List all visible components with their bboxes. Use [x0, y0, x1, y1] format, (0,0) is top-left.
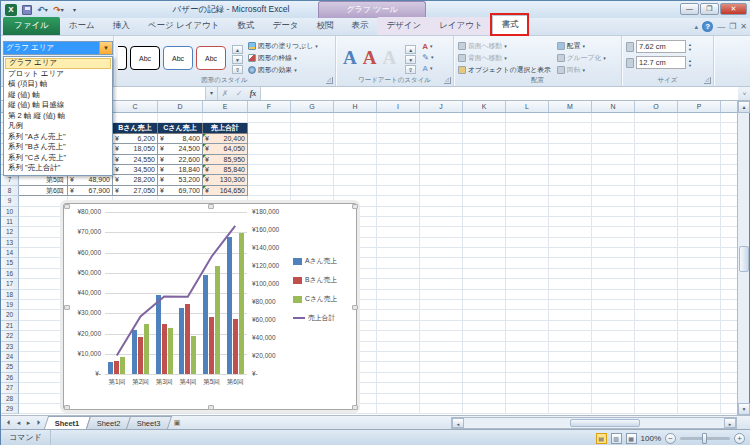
cell-I8[interactable]: [377, 186, 420, 196]
cell-L6[interactable]: [506, 165, 549, 175]
tab-ホーム[interactable]: ホーム: [60, 17, 104, 35]
cell-N29[interactable]: [592, 404, 635, 414]
cell-M7[interactable]: [549, 175, 592, 185]
redo-button[interactable]: ↷▾: [52, 4, 65, 16]
tab-挿入[interactable]: 挿入: [104, 17, 139, 35]
page-layout-view-icon[interactable]: ▥: [611, 433, 622, 444]
cell-G7[interactable]: [291, 175, 334, 185]
insert-worksheet-icon[interactable]: ▣: [169, 416, 185, 429]
workbook-restore-icon[interactable]: ❐: [729, 21, 736, 32]
cell-N7[interactable]: [592, 175, 635, 185]
cell-E2[interactable]: 売上合計: [203, 123, 248, 133]
cell-M26[interactable]: [549, 373, 592, 383]
cell-M10[interactable]: [549, 207, 592, 217]
cell-L3[interactable]: [506, 134, 549, 144]
cell-I25[interactable]: [377, 362, 420, 372]
cell-I20[interactable]: [377, 310, 420, 320]
cell-D2[interactable]: Cさん売上: [158, 123, 203, 133]
cell-P7[interactable]: [678, 175, 721, 185]
cell-J18[interactable]: [420, 290, 463, 300]
column-header-P[interactable]: P: [678, 101, 721, 112]
cell-J19[interactable]: [420, 300, 463, 310]
cell-J2[interactable]: [420, 123, 463, 133]
cell-N16[interactable]: [592, 269, 635, 279]
row-header-13[interactable]: 13: [1, 238, 19, 248]
shape-style-thumbnail[interactable]: [118, 46, 127, 70]
workbook-minimize-icon[interactable]: —: [717, 21, 725, 32]
dialog-launcher-icon[interactable]: ◿: [326, 77, 333, 84]
cell-J8[interactable]: [420, 186, 463, 196]
cell-N10[interactable]: [592, 207, 635, 217]
cell-P16[interactable]: [678, 269, 721, 279]
cell-H8[interactable]: [334, 186, 377, 196]
vertical-scroll-thumb[interactable]: [739, 246, 749, 272]
dropdown-item[interactable]: 縦 (値) 軸 目盛線: [5, 100, 111, 111]
cell-A21[interactable]: [19, 321, 68, 331]
column-header-G[interactable]: G: [291, 101, 334, 112]
cell-J12[interactable]: [420, 227, 463, 237]
sheet-tab-Sheet2[interactable]: Sheet2: [85, 416, 131, 429]
cell-O17[interactable]: [635, 279, 678, 289]
cell-N26[interactable]: [592, 373, 635, 383]
cell-K28[interactable]: [463, 394, 506, 404]
cell-K27[interactable]: [463, 383, 506, 393]
cell-D5[interactable]: ¥22,600: [158, 155, 203, 165]
row-header-11[interactable]: 11: [1, 217, 19, 227]
cell-F6[interactable]: [248, 165, 291, 175]
cell-K24[interactable]: [463, 352, 506, 362]
cell-M2[interactable]: [549, 123, 592, 133]
cell-I12[interactable]: [377, 227, 420, 237]
row-header-28[interactable]: 28: [1, 394, 19, 404]
cell-N13[interactable]: [592, 238, 635, 248]
row-header-15[interactable]: 15: [1, 258, 19, 268]
tab-ファイル[interactable]: ファイル: [3, 17, 60, 35]
last-sheet-icon[interactable]: ⏵: [34, 419, 43, 427]
cell-P26[interactable]: [678, 373, 721, 383]
cell-I22[interactable]: [377, 331, 420, 341]
row-header-10[interactable]: 10: [1, 207, 19, 217]
dropdown-item[interactable]: 系列 "Cさん売上": [5, 153, 111, 164]
row-header-20[interactable]: 20: [1, 310, 19, 320]
cell-P19[interactable]: [678, 300, 721, 310]
cell-I10[interactable]: [377, 207, 420, 217]
cell-F7[interactable]: [248, 175, 291, 185]
cell-H6[interactable]: [334, 165, 377, 175]
cell-K19[interactable]: [463, 300, 506, 310]
cell-L1[interactable]: [506, 113, 549, 123]
save-button[interactable]: [20, 4, 33, 16]
column-header-H[interactable]: H: [334, 101, 377, 112]
cell-K25[interactable]: [463, 362, 506, 372]
scroll-up-icon[interactable]: ▲: [738, 101, 750, 113]
cell-M11[interactable]: [549, 217, 592, 227]
cell-M13[interactable]: [549, 238, 592, 248]
dropdown-item[interactable]: 第 2 軸 縦 (値) 軸: [5, 111, 111, 122]
group-button[interactable]: グループ化▾: [557, 53, 606, 63]
cell-H3[interactable]: [334, 134, 377, 144]
cell-O1[interactable]: [635, 113, 678, 123]
cell-E1[interactable]: [203, 113, 248, 123]
combo-dropdown-icon[interactable]: ▼: [99, 42, 112, 54]
cell-M8[interactable]: [549, 186, 592, 196]
cell-A12[interactable]: [19, 227, 68, 237]
column-header-D[interactable]: D: [158, 101, 203, 112]
cell-O23[interactable]: [635, 342, 678, 352]
shape-effects-button[interactable]: 図形の効果▾: [248, 64, 318, 75]
customize-qat-button[interactable]: ▾: [68, 4, 81, 16]
cell-L20[interactable]: [506, 310, 549, 320]
cell-I16[interactable]: [377, 269, 420, 279]
cell-J20[interactable]: [420, 310, 463, 320]
cell-L13[interactable]: [506, 238, 549, 248]
cell-A9[interactable]: [19, 196, 68, 206]
cell-H4[interactable]: [334, 144, 377, 154]
cell-K6[interactable]: [463, 165, 506, 175]
cell-P22[interactable]: [678, 331, 721, 341]
cell-M17[interactable]: [549, 279, 592, 289]
cell-G8[interactable]: [291, 186, 334, 196]
cell-J15[interactable]: [420, 258, 463, 268]
cell-K9[interactable]: [463, 196, 506, 206]
cell-P21[interactable]: [678, 321, 721, 331]
gallery-more-icon[interactable]: ⊽: [232, 65, 243, 74]
first-sheet-icon[interactable]: ⏴: [4, 419, 13, 427]
cell-M16[interactable]: [549, 269, 592, 279]
cell-J24[interactable]: [420, 352, 463, 362]
